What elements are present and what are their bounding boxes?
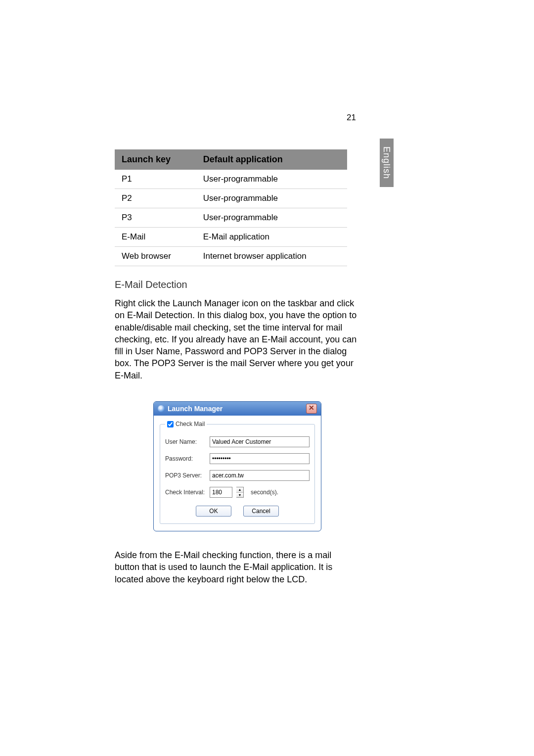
table-row: P1 User-programmable	[115, 170, 347, 189]
page-number: 21	[347, 113, 356, 123]
dialog-titlebar: Launch Manager ✕	[154, 402, 321, 416]
cancel-button[interactable]: Cancel	[243, 506, 279, 517]
paragraph-intro: Right click the Launch Manager icon on t…	[115, 297, 357, 381]
cell-default-app: User-programmable	[196, 208, 347, 228]
spinner-up-button[interactable]: ▲	[236, 487, 243, 493]
language-tab: English	[380, 139, 394, 187]
check-mail-checkbox[interactable]	[167, 421, 174, 427]
paragraph-footer: Aside from the E-Mail checking function,…	[115, 549, 357, 585]
cell-default-app: User-programmable	[196, 170, 347, 189]
spinner-down-button[interactable]: ▼	[236, 493, 243, 498]
check-mail-fieldset: Check Mail User Name: Password: POP3 Ser…	[160, 421, 315, 524]
cell-default-app: User-programmable	[196, 189, 347, 208]
password-label: Password:	[165, 455, 206, 462]
pop3-input[interactable]	[210, 470, 310, 481]
user-name-label: User Name:	[165, 438, 206, 445]
check-mail-label: Check Mail	[176, 421, 205, 427]
table-header-launch-key: Launch key	[115, 149, 196, 170]
app-icon	[158, 405, 165, 412]
section-heading-email-detection: E-Mail Detection	[115, 279, 352, 290]
ok-button[interactable]: OK	[196, 506, 231, 517]
cell-default-app: Internet browser application	[196, 247, 347, 266]
cell-launch-key: E-Mail	[115, 228, 196, 247]
check-mail-legend: Check Mail	[165, 421, 207, 427]
cell-launch-key: P1	[115, 170, 196, 189]
table-row: E-Mail E-Mail application	[115, 228, 347, 247]
pop3-label: POP3 Server:	[165, 472, 206, 479]
launch-key-table: Launch key Default application P1 User-p…	[115, 149, 347, 266]
dialog-title-text: Launch Manager	[168, 405, 222, 413]
interval-input[interactable]	[210, 487, 232, 498]
user-name-input[interactable]	[210, 436, 310, 447]
table-row: Web browser Internet browser application	[115, 247, 347, 266]
password-input[interactable]	[210, 453, 310, 464]
dialog-body: Check Mail User Name: Password: POP3 Ser…	[154, 416, 321, 531]
cell-launch-key: Web browser	[115, 247, 196, 266]
interval-spinner[interactable]: ▲ ▼	[236, 487, 244, 498]
cell-launch-key: P2	[115, 189, 196, 208]
launch-manager-dialog: Launch Manager ✕ Check Mail User Name:	[153, 401, 321, 531]
table-row: P2 User-programmable	[115, 189, 347, 208]
table-row: P3 User-programmable	[115, 208, 347, 228]
interval-unit: second(s).	[251, 489, 278, 496]
table-header-default-app: Default application	[196, 149, 347, 170]
close-button[interactable]: ✕	[306, 404, 317, 414]
cell-default-app: E-Mail application	[196, 228, 347, 247]
cell-launch-key: P3	[115, 208, 196, 228]
interval-label: Check Interval:	[165, 489, 206, 496]
table-header-row: Launch key Default application	[115, 149, 347, 170]
